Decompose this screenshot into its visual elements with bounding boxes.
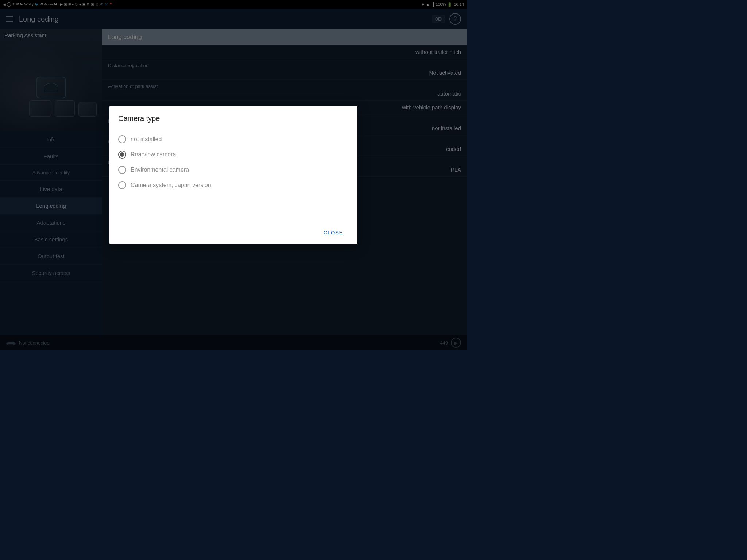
camera-type-dialog: Camera type not installed Rearview camer… (109, 106, 357, 244)
dialog-title: Camera type (118, 114, 349, 123)
dialog-overlay: Camera type not installed Rearview camer… (0, 0, 467, 350)
radio-circle-environmental (118, 166, 126, 174)
radio-option-rearview[interactable]: Rearview camera (118, 147, 349, 162)
radio-label-environmental: Environmental camera (131, 167, 189, 173)
radio-option-environmental[interactable]: Environmental camera (118, 162, 349, 178)
radio-option-japan[interactable]: Camera system, Japan version (118, 178, 349, 193)
radio-label-not-installed: not installed (131, 136, 162, 143)
radio-circle-japan (118, 181, 126, 189)
dialog-actions: CLOSE (118, 221, 349, 238)
radio-label-rearview: Rearview camera (131, 151, 176, 158)
radio-circle-rearview (118, 151, 126, 159)
radio-label-japan: Camera system, Japan version (131, 182, 211, 188)
close-button[interactable]: CLOSE (318, 226, 349, 238)
radio-option-not-installed[interactable]: not installed (118, 132, 349, 147)
radio-circle-not-installed (118, 135, 126, 143)
